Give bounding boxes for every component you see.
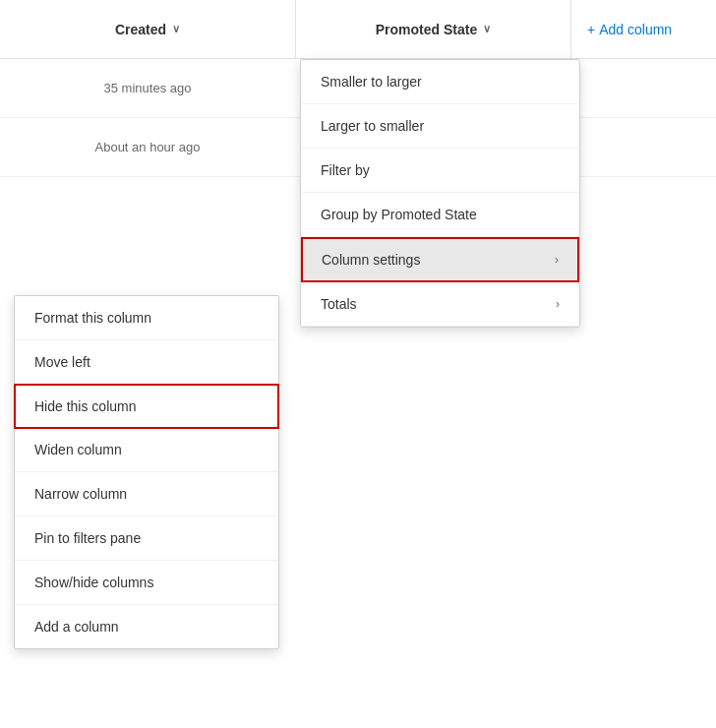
created-cell-1: 35 minutes ago	[0, 81, 295, 95]
menu-item-label: Show/hide columns	[34, 575, 153, 590]
right-context-menu: Smaller to larger Larger to smaller Filt…	[300, 59, 580, 328]
menu-item-label: Add a column	[34, 619, 119, 635]
menu-item-pin-filters[interactable]: Pin to filters pane	[15, 516, 278, 561]
menu-item-show-hide-columns[interactable]: Show/hide columns	[15, 561, 278, 605]
menu-item-group-by-promoted[interactable]: Group by Promoted State	[301, 193, 579, 237]
created-value-2: About an hour ago	[95, 140, 201, 154]
menu-item-label: Larger to smaller	[321, 118, 424, 134]
header-row: Created ∨ Promoted State ∨ + Add column	[0, 0, 716, 59]
menu-item-label: Hide this column	[34, 398, 137, 414]
created-label: Created	[115, 22, 166, 37]
chevron-right-icon: ›	[556, 297, 560, 311]
menu-item-label: Totals	[321, 296, 357, 312]
header-created[interactable]: Created ∨	[0, 0, 295, 58]
menu-item-label: Filter by	[321, 162, 370, 178]
menu-item-label: Format this column	[34, 310, 151, 326]
menu-item-format-column[interactable]: Format this column	[15, 296, 278, 340]
promoted-state-label: Promoted State	[376, 22, 477, 37]
menu-item-larger-to-smaller[interactable]: Larger to smaller	[301, 104, 579, 149]
menu-item-add-column[interactable]: Add a column	[15, 605, 278, 648]
menu-item-widen-column[interactable]: Widen column	[15, 428, 278, 472]
menu-item-filter-by[interactable]: Filter by	[301, 149, 579, 193]
created-chevron-icon: ∨	[172, 23, 180, 35]
header-promoted-state[interactable]: Promoted State ∨	[295, 0, 570, 58]
menu-item-label: Widen column	[34, 442, 122, 457]
menu-item-label: Group by Promoted State	[321, 207, 477, 222]
menu-item-narrow-column[interactable]: Narrow column	[15, 472, 278, 516]
header-add-column[interactable]: + Add column	[570, 0, 716, 58]
left-context-menu: Format this column Move left Hide this c…	[14, 295, 279, 649]
add-column-label: Add column	[599, 22, 672, 37]
menu-item-move-left[interactable]: Move left	[15, 340, 278, 385]
menu-item-column-settings[interactable]: Column settings ›	[301, 237, 579, 282]
menu-item-smaller-to-larger[interactable]: Smaller to larger	[301, 60, 579, 104]
created-value-1: 35 minutes ago	[104, 81, 192, 95]
menu-item-label: Pin to filters pane	[34, 530, 141, 546]
menu-item-label: Narrow column	[34, 486, 127, 502]
plus-icon: +	[587, 22, 595, 37]
menu-item-label: Move left	[34, 354, 90, 370]
menu-item-label: Smaller to larger	[321, 74, 422, 90]
menu-item-hide-column[interactable]: Hide this column	[14, 384, 279, 429]
page-container: Created ∨ Promoted State ∨ + Add column …	[0, 0, 716, 728]
created-cell-2: About an hour ago	[0, 140, 295, 154]
menu-item-totals[interactable]: Totals ›	[301, 282, 579, 327]
chevron-right-icon: ›	[555, 253, 559, 267]
promoted-chevron-icon: ∨	[483, 23, 491, 35]
menu-item-label: Column settings	[322, 252, 420, 268]
